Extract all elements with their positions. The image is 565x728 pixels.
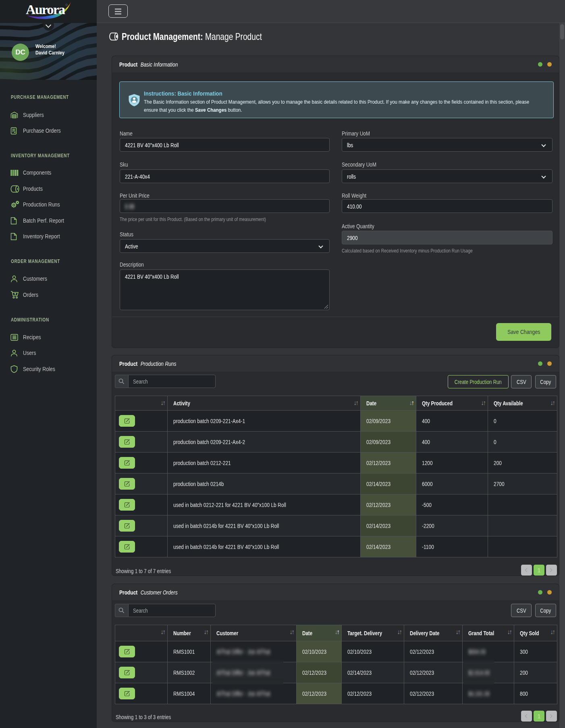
svg-text:Aurora: Aurora [26,2,65,17]
